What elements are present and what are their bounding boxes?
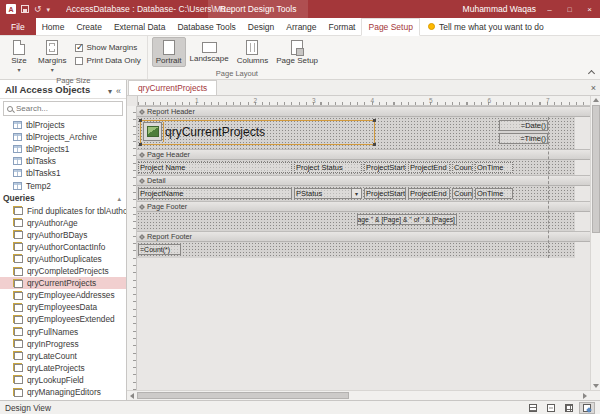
textbox-ontime[interactable]: OnTime xyxy=(475,188,513,199)
nav-item-table[interactable]: Temp2 xyxy=(0,179,126,191)
maximize-button[interactable] xyxy=(563,2,576,16)
horizontal-scrollbar[interactable] xyxy=(127,390,590,400)
textbox-projectname[interactable]: ProjectName xyxy=(138,188,292,199)
vertical-scrollbar[interactable] xyxy=(590,96,600,390)
report-title-label[interactable]: qryCurrentProjects xyxy=(163,122,374,142)
page-header-section[interactable]: Project Name Project Status ProjectStart… xyxy=(137,160,575,175)
date-expression-textbox[interactable]: =Date() xyxy=(499,120,548,131)
report-header-section[interactable]: qryCurrentProjects =Date() =Time() xyxy=(137,117,575,149)
scroll-down-icon[interactable] xyxy=(593,384,599,388)
report-logo-image-control[interactable] xyxy=(143,122,162,141)
page-footer-section[interactable]: ="Page " & [Page] & " of " & [Pages] xyxy=(137,212,575,231)
vertical-ruler[interactable] xyxy=(127,106,137,390)
section-bar-report-footer[interactable]: Report Footer xyxy=(137,231,590,242)
group-collapse-icon[interactable] xyxy=(117,193,121,203)
label-projectstart[interactable]: ProjectStart xyxy=(364,162,406,173)
scroll-right-icon[interactable] xyxy=(583,393,587,399)
nav-item-query[interactable]: qryAuthorDuplicates xyxy=(0,253,126,265)
search-input[interactable] xyxy=(16,104,119,113)
nav-item-query[interactable]: qryAuthorContactInfo xyxy=(0,241,126,253)
label-project-name[interactable]: Project Name xyxy=(138,162,292,173)
textbox-projectend[interactable]: ProjectEnd xyxy=(408,188,450,199)
access-app-icon[interactable]: A xyxy=(6,4,16,14)
undo-icon[interactable] xyxy=(34,4,42,14)
design-view-button[interactable] xyxy=(579,402,595,414)
print-data-only-checkbox[interactable]: Print Data Only xyxy=(75,56,140,65)
file-tab[interactable]: File xyxy=(0,18,36,35)
minimize-button[interactable] xyxy=(543,2,556,16)
nav-item-query[interactable]: qryAuthorBDays xyxy=(0,229,126,241)
landscape-button[interactable]: Landscape xyxy=(186,37,233,65)
selection-handle[interactable] xyxy=(373,143,376,146)
document-tab-qrycurrentprojects[interactable]: qryCurrentProjects xyxy=(128,80,217,95)
selection-handle[interactable] xyxy=(139,143,142,146)
ribbon-tab[interactable]: Format xyxy=(323,18,362,35)
nav-item-query[interactable]: qryEmployeesData xyxy=(0,301,126,313)
save-icon[interactable] xyxy=(21,5,29,13)
section-bar-detail[interactable]: Detail xyxy=(137,175,590,186)
ribbon-tab[interactable]: Database Tools xyxy=(171,18,241,35)
ribbon-tab[interactable]: Design xyxy=(242,18,280,35)
nav-item-query[interactable]: qryEmployeeAddresses xyxy=(0,289,126,301)
report-view-button[interactable] xyxy=(525,402,541,414)
scroll-left-icon[interactable] xyxy=(130,393,134,399)
ribbon-tab[interactable]: Arrange xyxy=(280,18,322,35)
close-document-icon[interactable] xyxy=(591,80,596,96)
nav-item-query[interactable]: Find duplicates for tblAuthors xyxy=(0,205,126,217)
label-ontime[interactable]: OnTime xyxy=(475,162,513,173)
report-design-surface[interactable]: Report Header xyxy=(137,106,590,390)
ribbon-tab[interactable]: Page Setup xyxy=(361,18,419,36)
nav-item-table[interactable]: tblTasks1 xyxy=(0,167,126,179)
label-project-status[interactable]: Project Status xyxy=(294,162,362,173)
time-expression-textbox[interactable]: =Time() xyxy=(499,133,548,144)
label-projectend[interactable]: ProjectEnd xyxy=(408,162,450,173)
nav-item-table[interactable]: tblProjects_Archive xyxy=(0,131,126,143)
section-bar-report-header[interactable]: Report Header xyxy=(137,106,590,117)
textbox-count[interactable]: Count xyxy=(452,188,473,199)
nav-item-query[interactable]: qryAuthorAge xyxy=(0,217,126,229)
detail-section[interactable]: ProjectName PStatus ProjectStart Project… xyxy=(137,186,575,201)
label-count[interactable]: Count xyxy=(452,162,473,173)
ribbon-tab[interactable]: Create xyxy=(70,18,108,35)
page-number-expression-textbox[interactable]: ="Page " & [Page] & " of " & [Pages] xyxy=(357,214,457,225)
nav-item-query[interactable]: qryEmployeesExtended xyxy=(0,313,126,325)
nav-item-query[interactable]: qryManagingEditors xyxy=(0,386,126,398)
tell-me-box[interactable]: Tell me what you want to do xyxy=(428,18,544,35)
customize-qat-icon[interactable] xyxy=(47,4,51,14)
nav-item-query[interactable]: qryLateProjects xyxy=(0,362,126,374)
layout-view-button[interactable] xyxy=(561,402,577,414)
count-expression-textbox[interactable]: =Count(*) xyxy=(138,244,181,255)
nav-item-query[interactable]: qryCurrentProjects xyxy=(0,277,126,289)
scroll-up-icon[interactable] xyxy=(593,98,599,102)
nav-item-query[interactable]: qryFullNames xyxy=(0,326,126,338)
nav-group-queries[interactable]: Queries xyxy=(0,192,126,205)
nav-item-table[interactable]: tblProjects1 xyxy=(0,143,126,155)
ribbon-tab[interactable]: Home xyxy=(36,18,71,35)
combobox-pstatus[interactable]: PStatus xyxy=(294,188,362,199)
horizontal-scroll-thumb[interactable] xyxy=(137,392,349,399)
horizontal-ruler[interactable]: 1234567 xyxy=(137,96,590,106)
vertical-scroll-thumb[interactable] xyxy=(592,105,600,233)
collapse-ribbon-icon[interactable] xyxy=(587,68,595,76)
report-footer-section[interactable]: =Count(*) xyxy=(137,242,575,258)
margins-button[interactable]: Margins xyxy=(34,37,70,76)
nav-item-query[interactable]: qryInProgress xyxy=(0,338,126,350)
nav-item-query[interactable]: qryLateCount xyxy=(0,350,126,362)
nav-item-query[interactable]: qryLookupField xyxy=(0,374,126,386)
show-margins-checkbox[interactable]: Show Margins xyxy=(75,43,140,52)
print-preview-button[interactable] xyxy=(543,402,559,414)
nav-item-table[interactable]: tblProjects xyxy=(0,119,126,131)
section-bar-page-footer[interactable]: Page Footer xyxy=(137,201,590,212)
account-user-name[interactable]: Muhammad Waqas xyxy=(463,4,536,14)
nav-item-table[interactable]: tblTasks xyxy=(0,155,126,167)
section-bar-page-header[interactable]: Page Header xyxy=(137,149,590,160)
portrait-button[interactable]: Portrait xyxy=(152,37,186,67)
size-button[interactable]: Size xyxy=(4,37,34,76)
columns-button[interactable]: Columns xyxy=(233,37,273,67)
nav-item-query[interactable]: qryCompletedProjects xyxy=(0,265,126,277)
close-window-button[interactable] xyxy=(583,2,596,16)
selection-handle[interactable] xyxy=(139,119,142,122)
ribbon-tab[interactable]: External Data xyxy=(108,18,172,35)
textbox-projectstart[interactable]: ProjectStart xyxy=(364,188,406,199)
page-setup-button[interactable]: Page Setup xyxy=(272,37,322,67)
